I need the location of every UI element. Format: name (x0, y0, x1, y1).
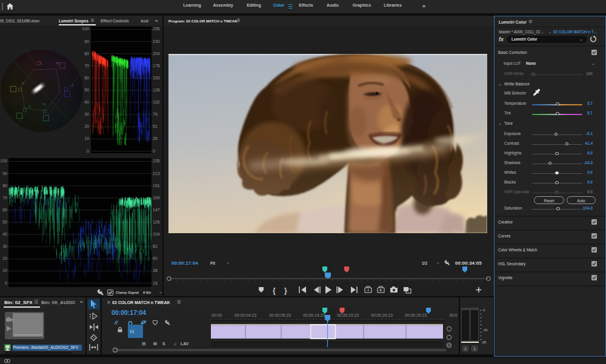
svg-text:R: R (40, 62, 42, 65)
svg-text:Yl: Yl (22, 82, 24, 85)
svg-text:}: } (284, 286, 287, 295)
svg-text:Mg: Mg (56, 61, 60, 65)
svg-text:G: G (28, 105, 31, 108)
svg-text:Cy: Cy (42, 102, 47, 106)
svg-text:{: { (273, 286, 276, 295)
